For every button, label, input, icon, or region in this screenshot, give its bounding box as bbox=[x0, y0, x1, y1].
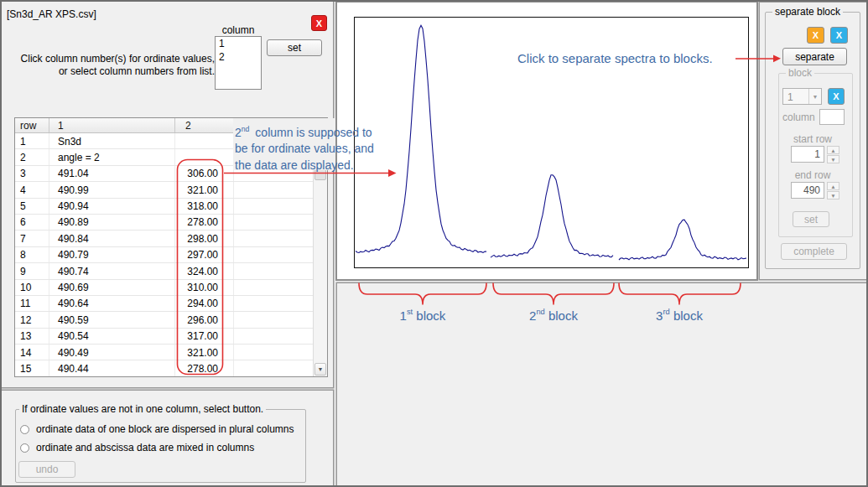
end-row-down-icon[interactable]: ▼ bbox=[827, 191, 839, 199]
end-row-field[interactable]: 490 bbox=[791, 182, 824, 199]
table-header-col1[interactable]: 1 bbox=[49, 118, 175, 132]
scroll-down-icon[interactable]: ▼ bbox=[314, 363, 326, 376]
table-row[interactable]: 12490.59296.00 bbox=[15, 312, 327, 328]
chart-note: Click to separate spectra to blocks. bbox=[517, 51, 713, 65]
column-field[interactable] bbox=[819, 109, 845, 125]
column-list-item[interactable]: 2 bbox=[216, 50, 261, 64]
block-label-3: 3rd block bbox=[621, 308, 738, 323]
set-columns-button[interactable]: set bbox=[267, 39, 322, 56]
chevron-down-icon[interactable]: ▼ bbox=[808, 89, 821, 104]
table-row[interactable]: 5490.94318.00 bbox=[15, 199, 327, 215]
column-list-item[interactable]: 1 bbox=[216, 37, 261, 50]
table-row[interactable]: 13490.54317.00 bbox=[15, 329, 327, 345]
chart-panel bbox=[337, 3, 756, 279]
table-row[interactable]: 9490.74324.00 bbox=[15, 263, 327, 279]
spectrum-block-trace bbox=[491, 175, 613, 257]
block-label-2: 2nd block bbox=[495, 308, 612, 323]
radio-dispersed-label: ordinate data of one block are dispersed… bbox=[36, 423, 294, 435]
instructions: Click column number(s) for ordinate valu… bbox=[5, 53, 215, 78]
instruction-line-1: Click column number(s) for ordinate valu… bbox=[5, 53, 215, 65]
table-row[interactable]: 4490.99321.00 bbox=[15, 182, 327, 198]
undo-button[interactable]: undo bbox=[18, 461, 75, 478]
block-select-value: 1 bbox=[787, 91, 793, 103]
x-abscissa-icon[interactable]: X bbox=[807, 27, 824, 44]
radio-mixed-label: ordinate and abscissa data are mixed in … bbox=[36, 442, 254, 453]
table-row[interactable]: 11490.64294.00 bbox=[15, 296, 327, 312]
end-row-label: end row bbox=[782, 169, 843, 181]
start-row-down-icon[interactable]: ▼ bbox=[827, 155, 839, 163]
block-select[interactable]: 1 ▼ bbox=[782, 88, 822, 105]
table-row[interactable]: 6490.89278.00 bbox=[15, 215, 327, 231]
table-row[interactable]: 8490.79297.00 bbox=[15, 247, 327, 263]
table-row[interactable]: 10490.69310.00 bbox=[15, 280, 327, 296]
column-listbox[interactable]: 12 bbox=[215, 36, 262, 90]
radio-dispersed-columns[interactable] bbox=[20, 425, 29, 434]
spectrum-block-trace bbox=[619, 220, 746, 260]
table-row[interactable]: 15490.44278.00 bbox=[15, 360, 327, 376]
radio-row-mixed: ordinate and abscissa data are mixed in … bbox=[20, 442, 254, 453]
spectrum-block-trace bbox=[356, 25, 486, 252]
table-row[interactable]: 7490.84298.00 bbox=[15, 231, 327, 246]
block-legend: block bbox=[786, 67, 814, 79]
separate-panel: separate block X X separate block 1 ▼ X … bbox=[760, 3, 866, 279]
column-list-label: column bbox=[215, 24, 262, 36]
start-row-up-icon[interactable]: ▲ bbox=[827, 146, 839, 154]
block-label-1: 1st block bbox=[364, 308, 481, 323]
instruction-line-2: or select column numbers from list. bbox=[5, 65, 215, 78]
options-panel: If ordinate values are not in one column… bbox=[2, 391, 333, 485]
x-block-icon[interactable]: X bbox=[828, 88, 845, 105]
table-header-col2[interactable]: 2 bbox=[175, 118, 234, 132]
close-icon[interactable]: X bbox=[311, 15, 327, 31]
radio-row-dispersed: ordinate data of one block are dispersed… bbox=[20, 423, 294, 435]
table-note: 2nd column is supposed to be for ordinat… bbox=[235, 122, 374, 174]
separate-button[interactable]: separate bbox=[782, 48, 847, 65]
file-title: [Sn3d_AR XPS.csv] bbox=[7, 8, 96, 20]
app-window: [Sn3d_AR XPS.csv] X column 12 set Click … bbox=[0, 0, 868, 487]
end-row-up-icon[interactable]: ▲ bbox=[827, 182, 839, 190]
start-row-field[interactable]: 1 bbox=[791, 146, 824, 163]
complete-button[interactable]: complete bbox=[781, 243, 847, 260]
table-header-row[interactable]: row bbox=[15, 118, 49, 132]
file-panel: [Sn3d_AR XPS.csv] X column 12 set Click … bbox=[2, 2, 333, 387]
column-field-label: column bbox=[782, 111, 815, 123]
table-row[interactable]: 14490.49321.00 bbox=[15, 345, 327, 360]
separate-legend: separate block bbox=[772, 6, 843, 18]
x-ordinate-icon[interactable]: X bbox=[830, 27, 848, 44]
radio-mixed-columns[interactable] bbox=[20, 443, 29, 453]
start-row-label: start row bbox=[782, 133, 843, 145]
options-legend: If ordinate values are not in one column… bbox=[19, 403, 266, 415]
set-block-button[interactable]: set bbox=[793, 211, 829, 227]
